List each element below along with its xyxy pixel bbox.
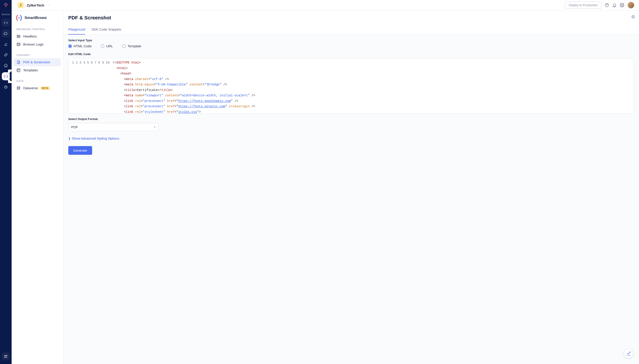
chevron-down-icon: ▼ <box>154 126 156 128</box>
workspace-initial[interactable]: Z <box>18 2 24 8</box>
smartbrowz-logo-icon <box>16 14 22 21</box>
svg-point-16 <box>630 352 630 352</box>
svg-rect-5 <box>4 355 6 356</box>
svg-rect-14 <box>17 69 20 72</box>
nav-item-browser-logic[interactable]: Browser Logic <box>14 40 61 48</box>
nav-item-pdf-screenshot[interactable]: PDF & Screenshot <box>14 58 61 66</box>
nav-item-label: PDF & Screenshot <box>23 60 50 64</box>
rail-service-bot-icon[interactable] <box>2 83 10 91</box>
chevron-right-icon: ❯ <box>68 137 70 140</box>
assistant-fab-icon[interactable] <box>624 349 633 358</box>
settings-icon[interactable] <box>620 3 624 7</box>
nav-item-templates[interactable]: Templates <box>14 66 61 74</box>
radio-icon <box>122 44 126 48</box>
input-type-label: Select Input Type <box>68 38 634 42</box>
edit-html-label: Edit HTML Code <box>68 52 634 56</box>
advanced-options-toggle[interactable]: ❯ Show Advanced Styling Options <box>68 136 634 140</box>
radio-template[interactable]: Template <box>122 44 141 48</box>
services-rail: Services <box>0 0 12 364</box>
help-icon[interactable] <box>605 3 609 7</box>
tab-sdk-snippets[interactable]: SDK Code Snippets <box>92 25 121 34</box>
pdf-icon <box>16 60 20 64</box>
svg-point-0 <box>4 64 7 67</box>
notifications-icon[interactable] <box>612 3 617 7</box>
content-area: ? PDF & Screenshot Playground SDK Code S… <box>63 10 639 364</box>
tabs: Playground SDK Code Snippets <box>63 25 639 34</box>
svg-rect-12 <box>17 37 20 38</box>
nav-item-label: Headless <box>23 34 36 38</box>
svg-rect-11 <box>17 35 20 36</box>
nav-item-headless[interactable]: Headless <box>14 32 61 40</box>
user-avatar[interactable] <box>628 2 634 9</box>
nav-item-label: Dataverse <box>23 86 38 90</box>
sidebar: SmartBrowz BROWSER CONTROL Headless Brow… <box>12 10 63 364</box>
rail-service-chat-icon[interactable] <box>2 62 10 70</box>
output-format-label: Select Output Format <box>68 117 634 121</box>
nav-item-label: Templates <box>23 68 38 72</box>
radio-label: URL <box>106 44 113 48</box>
rail-apps-icon[interactable] <box>2 352 10 360</box>
select-value: PDF <box>71 125 78 129</box>
page-title: PDF & Screenshot <box>68 15 634 21</box>
workspace-dropdown-icon[interactable] <box>48 3 50 7</box>
dataverse-icon <box>16 86 20 90</box>
svg-point-2 <box>4 86 7 88</box>
topbar: Z ZylkerTech Deploy to Production <box>12 0 639 10</box>
code-lines[interactable]: <!DOCTYPE html> <html> <head> <meta char… <box>112 58 634 114</box>
nav-section-data: DATA <box>14 78 61 84</box>
svg-point-1 <box>5 76 6 76</box>
radio-icon <box>101 44 104 48</box>
beta-badge: BETA <box>40 86 50 90</box>
rail-service-smartbrowz-icon[interactable] <box>2 72 10 80</box>
svg-point-15 <box>17 86 20 88</box>
templates-icon <box>16 68 20 72</box>
headless-icon <box>16 34 20 38</box>
svg-rect-13 <box>17 43 20 46</box>
rail-service-link-icon[interactable] <box>2 51 10 59</box>
html-code-editor[interactable]: 1 2 3 4 5 6 7 8 9 10 <!DOCTYPE html> <ht… <box>68 58 634 114</box>
svg-point-3 <box>5 87 6 87</box>
radio-icon <box>68 44 72 48</box>
input-type-radio-group: HTML Code URL Template <box>68 44 634 48</box>
svg-point-9 <box>622 5 623 6</box>
svg-rect-6 <box>6 355 7 356</box>
svg-rect-7 <box>4 357 6 358</box>
nav-item-label: Browser Logic <box>23 42 44 46</box>
catalyst-logo-icon[interactable] <box>3 2 9 8</box>
generate-button[interactable]: Generate <box>68 146 92 155</box>
tab-playground[interactable]: Playground <box>68 25 85 34</box>
product-name: SmartBrowz <box>24 16 47 20</box>
rail-service-analytics-icon[interactable] <box>2 40 10 48</box>
workspace-name[interactable]: ZylkerTech <box>27 3 44 7</box>
nav-section-convert: CONVERT <box>14 52 61 58</box>
advanced-label: Show Advanced Styling Options <box>72 136 119 140</box>
rail-service-code-icon[interactable] <box>2 19 10 27</box>
page-help-icon[interactable]: ? <box>632 15 635 18</box>
svg-point-10 <box>18 17 20 18</box>
services-label: Services <box>2 13 10 16</box>
radio-url[interactable]: URL <box>101 44 113 48</box>
deploy-button[interactable]: Deploy to Production <box>565 2 602 9</box>
nav-section-browser-control: BROWSER CONTROL <box>14 26 61 32</box>
radio-label: HTML Code <box>74 44 92 48</box>
line-gutter: 1 2 3 4 5 6 7 8 9 10 <box>68 58 112 114</box>
nav-item-dataverse[interactable]: Dataverse BETA <box>14 84 61 92</box>
output-format-select[interactable]: PDF ▼ <box>68 123 159 131</box>
product-brand[interactable]: SmartBrowz <box>14 14 61 26</box>
radio-html-code[interactable]: HTML Code <box>68 44 92 48</box>
svg-point-4 <box>6 87 7 87</box>
radio-label: Template <box>128 44 141 48</box>
rail-service-cloud-icon[interactable] <box>2 30 10 38</box>
browser-logic-icon <box>16 42 20 46</box>
